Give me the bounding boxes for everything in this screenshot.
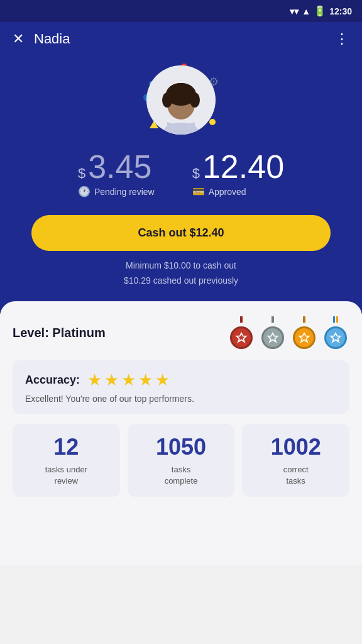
more-options-button[interactable]: ⋮ [335,31,349,47]
accuracy-description: Excellent! You're one of our top perform… [25,394,337,404]
avatar-container: ⚙ [143,62,219,138]
earnings-row: $ 3.45 🕐 Pending review $ 12.40 💳 Approv… [15,150,347,197]
stat-number-complete: 1050 [156,434,206,460]
status-bar: ▾▾ ▲ 🔋 12:30 [0,0,362,22]
pending-earnings: $ 3.45 🕐 Pending review [78,150,155,197]
stat-number-review: 12 [53,434,79,460]
accuracy-label: Accuracy: [25,374,80,387]
svg-rect-10 [333,316,335,323]
svg-rect-9 [303,316,305,323]
approved-earnings: $ 12.40 💳 Approved [192,150,284,197]
accuracy-top-row: Accuracy: ★ ★ ★ ★ ★ [25,370,337,390]
stat-number-correct: 1002 [271,434,321,460]
stars-row: ★ ★ ★ ★ ★ [87,370,170,390]
approved-value: 12.40 [202,150,284,183]
svg-rect-8 [272,316,274,323]
star-2: ★ [104,370,119,390]
platinum-icon [329,331,342,344]
stat-label-correct: correcttasks [283,464,309,487]
bronze-circle [230,326,253,349]
bronze-ribbon [238,316,245,325]
bronze-icon [235,331,248,344]
pending-amount: $ 3.45 [78,150,151,183]
svg-rect-7 [240,316,243,323]
bronze-medal [228,316,255,350]
header: ✕ Nadia ⋮ [0,22,362,56]
approved-currency: $ [192,165,200,182]
silver-icon [266,331,279,344]
stat-label-complete: taskscomplete [165,464,198,487]
close-button[interactable]: ✕ [13,31,24,47]
white-section: Level: Platinum [0,301,362,565]
approved-amount: $ 12.40 [192,150,284,183]
cashout-hint: Minimum $10.00 to cash out $10.29 cashed… [124,258,238,289]
stat-tasks-complete: 1050 taskscomplete [128,424,235,497]
cashout-hint-line2: $10.29 cashed out previously [124,275,238,286]
level-label: Level: Platinum [13,326,106,340]
silver-medal [259,316,287,350]
star-5: ★ [155,370,170,390]
level-row: Level: Platinum [13,316,349,350]
svg-point-6 [168,83,194,98]
star-4: ★ [138,370,153,390]
decorative-dot-yellow [209,119,216,125]
stat-label-review: tasks underreview [45,464,87,487]
pending-label-row: 🕐 Pending review [78,186,155,197]
stats-row: 12 tasks underreview 1050 taskscomplete … [13,424,349,497]
star-1: ★ [87,370,102,390]
gold-icon [298,331,310,344]
silver-circle [261,326,284,349]
decorative-gear: ⚙ [209,75,219,89]
cashout-hint-line1: Minimum $10.00 to cash out [126,260,236,270]
star-3: ★ [121,370,136,390]
approved-label-row: 💳 Approved [192,186,246,197]
platinum-circle [324,326,347,349]
medals-row [228,316,349,350]
pending-value: 3.45 [88,150,151,183]
accuracy-card: Accuracy: ★ ★ ★ ★ ★ Excellent! You're on… [13,360,349,414]
main-blue-section: ⚙ $ 3.45 🕐 Pending review $ 12.40 💳 Appr… [0,56,362,314]
header-left: ✕ Nadia [13,31,70,47]
approved-label: Approved [209,187,246,197]
clock-icon: 🕐 [78,186,90,197]
avatar-illustration [156,78,206,135]
avatar [146,65,216,135]
stat-tasks-review: 12 tasks underreview [13,424,120,497]
svg-rect-11 [336,316,338,323]
silver-ribbon [269,316,277,325]
platinum-medal [322,316,349,350]
stat-tasks-correct: 1002 correcttasks [242,424,349,497]
cashout-button[interactable]: Cash out $12.40 [31,215,330,251]
gold-medal [290,316,318,350]
signal-icon: ▲ [302,6,310,16]
header-title: Nadia [34,31,70,47]
time-display: 12:30 [329,6,352,16]
wifi-icon: ▾▾ [290,6,299,16]
pending-label: Pending review [94,187,155,197]
pending-currency: $ [78,165,85,182]
platinum-ribbon [332,316,339,325]
status-icons: ▾▾ ▲ 🔋 12:30 [290,5,352,17]
gold-ribbon [300,316,308,325]
card-icon: 💳 [192,186,205,197]
gold-circle [293,326,315,349]
battery-icon: 🔋 [314,5,326,17]
